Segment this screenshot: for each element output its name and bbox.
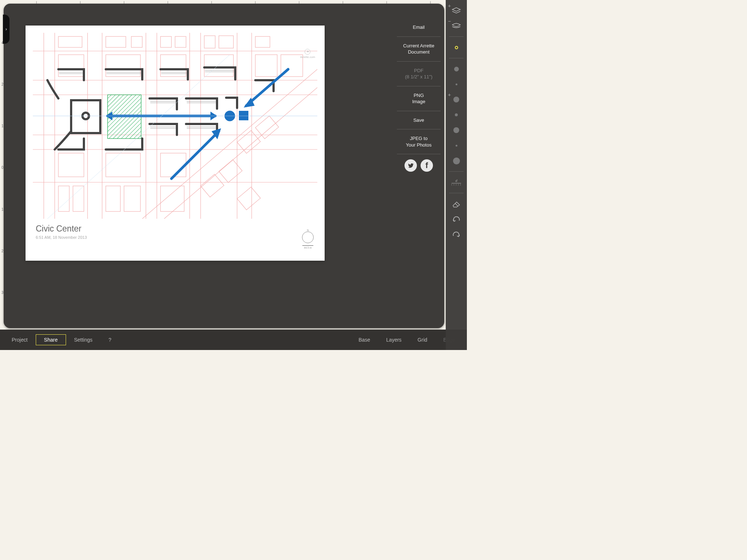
brush-size-7[interactable]: [448, 154, 465, 168]
sheet-title: Civic Center: [36, 224, 317, 234]
brush-size-1[interactable]: [448, 62, 465, 76]
share-png[interactable]: PNG Image: [397, 86, 441, 111]
share-current-document[interactable]: Current Arrette Document: [397, 37, 441, 62]
tab-base[interactable]: Base: [351, 334, 378, 346]
brush-size-4[interactable]: [448, 108, 465, 122]
share-pdf[interactable]: PDF (8 1/2" x 11"): [397, 62, 441, 86]
svg-line-56: [171, 131, 219, 179]
svg-line-59: [47, 55, 230, 219]
brush-size-5[interactable]: [448, 123, 465, 137]
map-area: Arrette.com: [33, 33, 317, 219]
bottom-bar: Project Share Settings ? Base Layers Gri…: [0, 330, 467, 350]
share-email[interactable]: Email: [397, 18, 441, 37]
tab-grid[interactable]: Grid: [410, 334, 435, 346]
measure-tool-icon[interactable]: d |||||: [448, 175, 465, 189]
share-jpeg-photos[interactable]: JPEG to Your Photos: [397, 129, 441, 154]
sheet-preview: Arrette.com Civic Center 6:51 AM, 18 Nov…: [26, 26, 325, 261]
main-panel: ›: [4, 4, 444, 328]
remove-layer-icon[interactable]: [448, 19, 465, 33]
right-toolbar: d |||||: [446, 0, 467, 350]
tab-share[interactable]: Share: [36, 334, 66, 345]
svg-line-60: [455, 203, 458, 206]
undo-icon[interactable]: [448, 212, 465, 226]
svg-line-54: [246, 69, 288, 106]
redo-icon[interactable]: [448, 228, 465, 241]
tab-layers[interactable]: Layers: [378, 334, 410, 346]
svg-rect-53: [239, 111, 248, 120]
compass-scale: N 44.5 m: [302, 229, 314, 249]
tab-settings[interactable]: Settings: [66, 334, 101, 346]
tab-project[interactable]: Project: [4, 334, 36, 346]
tab-help[interactable]: ?: [101, 334, 120, 346]
brush-size-6[interactable]: [448, 139, 465, 152]
brush-size-2[interactable]: [448, 77, 465, 91]
share-panel: Email Current Arrette Document PDF (8 1/…: [397, 18, 441, 177]
brush-ring-icon[interactable]: [448, 40, 465, 54]
share-save[interactable]: Save: [397, 111, 441, 130]
sheet-timestamp: 6:51 AM, 18 November 2013: [36, 235, 317, 240]
share-facebook-button[interactable]: f: [421, 159, 433, 172]
drawer-handle[interactable]: ›: [3, 15, 9, 44]
share-twitter-button[interactable]: [405, 159, 417, 172]
add-layer-icon[interactable]: [448, 4, 465, 18]
arrette-watermark: Arrette.com: [300, 49, 315, 59]
eraser-icon[interactable]: [448, 197, 465, 211]
brush-size-3[interactable]: [448, 93, 465, 106]
